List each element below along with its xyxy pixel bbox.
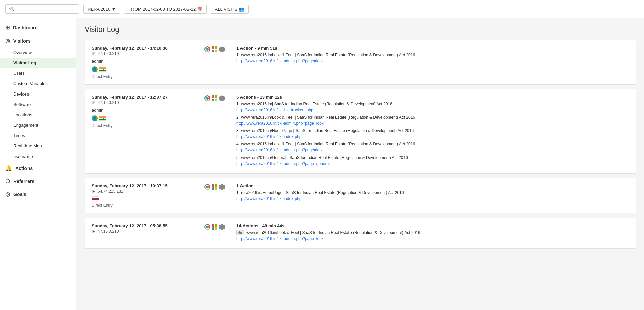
user-type-icon: 👤 [92,115,98,121]
action-link[interactable]: http://www.rera2016.in/tiki-admin.php?pa… [236,161,629,167]
flag-india-icon [99,116,106,121]
action-link[interactable]: http://www.rera2016.in/tiki-index.php [236,196,629,202]
visit-ip: IP: 64.74.215.131 [92,189,199,194]
action-item: 5. www.rera2016.in/General | SaaS for In… [236,154,629,167]
sidebar-sub-custom-variables[interactable]: Custom Variables [0,78,76,89]
visit-browser-icons [204,223,231,230]
visit-card: Sunday, February 12, 2017 - 05:38:55 IP:… [85,218,636,249]
visit-datetime: Sunday, February 12, 2017 - 10:37:15 [92,183,199,188]
action-link[interactable]: http://www.rera2016.in/tiki-admin.php?pa… [236,147,629,153]
main-layout: ⊞ Dashboard ◎ Visitors Overview Visitor … [0,18,644,310]
dashboard-label: Dashboard [13,25,38,30]
visit-meta: Sunday, February 12, 2017 - 12:37:27 IP:… [92,95,199,128]
visit-actions: 14 Actions - 48 min 44s 4x www.rera2016.… [236,223,629,243]
visit-browser-icons [204,46,231,52]
sidebar-sub-engagement[interactable]: Engagement [0,120,76,130]
content-area: Visitor Log Sunday, February 12, 2017 - … [76,18,644,310]
chrome-icon [204,184,210,190]
visit-actions: 5 Actions - 13 min 12s 1. www.rera2016.i… [236,95,629,168]
search-box[interactable]: 🔍 [5,4,79,14]
date-range-button[interactable]: FROM 2017-02-03 TO 2017-02-12 📅 [124,5,206,14]
site-selector-label: RERA 2016 ▼ [88,7,116,12]
visit-user: admin [92,108,199,113]
topbar: 🔍 RERA 2016 ▼ FROM 2017-02-03 TO 2017-02… [0,0,644,18]
sidebar-sub-visitor-log[interactable]: Visitor Log [0,58,76,68]
search-icon: 🔍 [9,6,15,12]
action-link[interactable]: http://www.rera2016.in/tiki-list_tracker… [236,107,629,113]
visit-card: Sunday, February 12, 2017 - 12:37:27 IP:… [85,89,636,174]
visit-entry: Direct Entry [92,123,199,128]
sidebar-item-goals[interactable]: ◎ Goals [0,188,76,201]
action-item: 2. www.rera2016.in/Look & Feel | SaaS fo… [236,114,629,126]
visit-datetime: Sunday, February 12, 2017 - 12:37:27 [92,95,199,100]
visit-icons [92,196,199,201]
visit-header: Sunday, February 12, 2017 - 05:38:55 IP:… [92,223,629,243]
visit-card: Sunday, February 12, 2017 - 14:10:30 IP:… [85,40,636,85]
visit-user: admin [92,59,199,64]
dashboard-icon: ⊞ [5,24,10,31]
visit-header: Sunday, February 12, 2017 - 12:37:27 IP:… [92,95,629,168]
repeat-badge: 4x [236,230,244,235]
visit-header: Sunday, February 12, 2017 - 10:37:15 IP:… [92,183,629,208]
sidebar-sub-overview[interactable]: Overview [0,47,76,58]
actions-icon: 🔔 [5,165,12,171]
visit-icons: 👤 [92,115,199,121]
chrome-icon [204,224,210,230]
sidebar-item-referrers[interactable]: ⬡ Referrers [0,175,76,188]
visit-card: Sunday, February 12, 2017 - 10:37:15 IP:… [85,178,636,213]
visit-datetime: Sunday, February 12, 2017 - 14:10:30 [92,46,199,51]
action-link[interactable]: http://www.rera2016.in/tiki-index.php [236,134,629,140]
sidebar: ⊞ Dashboard ◎ Visitors Overview Visitor … [0,18,76,310]
actions-title: 1 Action - 9 min 51s [236,46,629,51]
shield-icon [219,224,225,230]
user-type-icon: 👤 [92,66,98,72]
chrome-icon [204,46,210,52]
action-item: 3. www.rera2016.in/HomePage | SaaS for I… [236,128,629,140]
visit-meta: Sunday, February 12, 2017 - 05:38:55 IP:… [92,223,199,234]
sidebar-sub-devices[interactable]: Devices [0,89,76,99]
visit-meta: Sunday, February 12, 2017 - 14:10:30 IP:… [92,46,199,79]
visit-type-button[interactable]: ALL VISITS 👥 [211,5,249,14]
visit-browser-icons [204,183,231,190]
visit-ip: IP: 47.15.0.210 [92,229,199,234]
windows-icon [212,184,218,190]
action-link[interactable]: http://www.rera2016.in/tiki-admin.php?pa… [236,236,629,242]
sidebar-item-dashboard[interactable]: ⊞ Dashboard [0,21,76,34]
sidebar-item-actions[interactable]: 🔔 Actions [0,162,76,175]
visit-datetime: Sunday, February 12, 2017 - 05:38:55 [92,223,199,228]
sidebar-sub-times[interactable]: Times [0,130,76,141]
action-item: 1. rera2016.in/HomePage | SaaS for India… [236,190,629,202]
visitors-label: Visitors [13,38,31,44]
action-link[interactable]: http://www.rera2016.in/tiki-admin.php?pa… [236,58,629,64]
visit-browser-icons [204,95,231,101]
sidebar-sub-software[interactable]: Software [0,99,76,110]
actions-label: Actions [15,166,33,171]
action-item: 1. www.rera2016.in/Look & Feel | SaaS fo… [236,52,629,64]
sidebar-sub-username[interactable]: username [0,151,76,162]
sidebar-sub-users[interactable]: Users [0,68,76,78]
visit-meta: Sunday, February 12, 2017 - 10:37:15 IP:… [92,183,199,208]
visit-entry: Direct Entry [92,74,199,79]
visit-entry: Direct Entry [92,203,199,208]
visit-type-label: ALL VISITS 👥 [215,7,244,12]
visit-actions: 1 Action - 9 min 51s 1. www.rera2016.in/… [236,46,629,65]
visit-ip: IP: 47.15.0.210 [92,100,199,105]
visit-ip: IP: 47.15.0.210 [92,51,199,56]
referrers-label: Referrers [13,179,34,184]
actions-title: 1 Action [236,183,629,188]
shield-icon [219,184,225,190]
visit-icons: 👤 [92,66,199,72]
shield-icon [219,46,225,52]
sidebar-item-visitors[interactable]: ◎ Visitors [0,34,76,47]
sidebar-sub-realtime-map[interactable]: Real-time Map [0,141,76,151]
flag-usa-icon [92,196,99,201]
shield-icon [219,95,225,101]
sidebar-sub-locations[interactable]: Locations [0,110,76,120]
site-selector-button[interactable]: RERA 2016 ▼ [83,5,120,14]
action-item: 4. www.rera2016.in/Look & Feel | SaaS fo… [236,141,629,153]
action-link[interactable]: http://www.rera2016.in/tiki-admin.php?pa… [236,120,629,126]
referrers-icon: ⬡ [5,178,10,184]
windows-icon [212,95,218,101]
visit-actions: 1 Action 1. rera2016.in/HomePage | SaaS … [236,183,629,203]
action-item: 1. www.rera2016.in/| SaaS for Indian Rea… [236,101,629,113]
